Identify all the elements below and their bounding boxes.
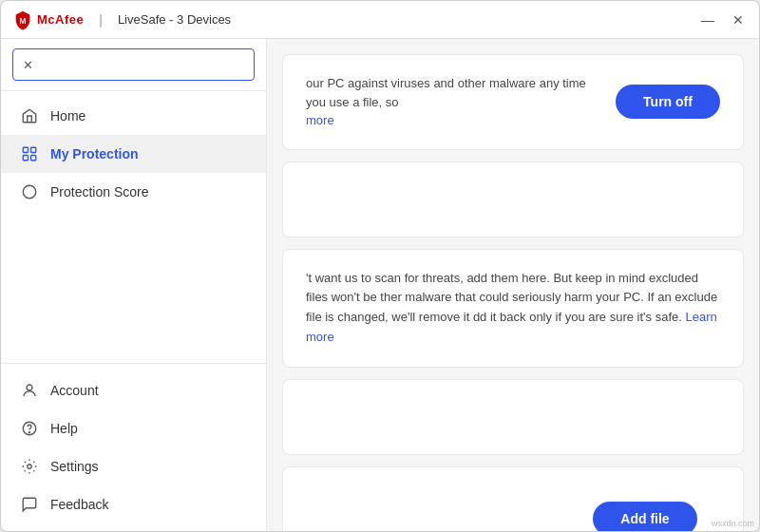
svg-point-6: [27, 385, 32, 390]
card1-text: our PC against viruses and other malware…: [306, 74, 600, 130]
excluded-files-text: 't want us to scan for threats, add them…: [306, 269, 720, 348]
svg-rect-4: [31, 156, 36, 161]
add-file-button[interactable]: Add file: [593, 502, 697, 531]
svg-point-9: [28, 465, 32, 469]
sidebar-item-protection-score[interactable]: Protection Score: [1, 173, 266, 211]
window-controls: — ✕: [698, 10, 748, 29]
mcafee-shield-icon: M: [12, 10, 33, 30]
sidebar-item-my-protection-label: My Protection: [50, 146, 139, 162]
grid-icon: [20, 144, 39, 163]
turn-off-button[interactable]: Turn off: [616, 85, 720, 119]
close-button[interactable]: ✕: [729, 10, 748, 29]
sidebar-item-home[interactable]: Home: [1, 97, 266, 135]
sidebar-item-settings-label: Settings: [50, 459, 99, 474]
card1-learn-more[interactable]: more: [306, 113, 334, 127]
sidebar-item-help-label: Help: [50, 421, 78, 436]
app-window: M McAfee | LiveSafe - 3 Devices — ✕ ✕: [0, 0, 760, 532]
sidebar-item-protection-score-label: Protection Score: [50, 184, 149, 200]
title-bar: M McAfee | LiveSafe - 3 Devices — ✕: [1, 1, 759, 39]
minimize-button[interactable]: —: [698, 10, 717, 29]
sidebar: ✕ Home: [1, 39, 267, 531]
search-input[interactable]: [39, 58, 244, 72]
excluded-files-card: 't want us to scan for threats, add them…: [282, 249, 744, 368]
main-layout: ✕ Home: [1, 39, 759, 531]
circle-icon: [20, 182, 39, 201]
svg-point-5: [23, 185, 36, 199]
sidebar-item-feedback-label: Feedback: [50, 497, 108, 512]
excluded-files-description: 't want us to scan for threats, add them…: [306, 271, 717, 325]
svg-rect-1: [23, 147, 28, 152]
feedback-icon: [20, 495, 39, 514]
svg-rect-2: [31, 147, 36, 152]
empty-card: [282, 379, 744, 455]
help-icon: [20, 419, 39, 438]
home-icon: [20, 106, 39, 125]
sidebar-bottom-nav: Account Help: [1, 363, 266, 531]
account-icon: [20, 381, 39, 400]
settings-icon: [20, 457, 39, 476]
sidebar-search-area: ✕: [1, 39, 266, 91]
search-box[interactable]: ✕: [12, 48, 255, 81]
sidebar-item-account-label: Account: [50, 383, 99, 398]
app-title: LiveSafe - 3 Devices: [118, 12, 231, 27]
svg-text:M: M: [20, 16, 27, 25]
sidebar-item-account[interactable]: Account: [1, 371, 266, 409]
card1-description: our PC against viruses and other malware…: [306, 76, 586, 109]
card-with-button-layout: our PC against viruses and other malware…: [306, 74, 720, 130]
sidebar-item-feedback[interactable]: Feedback: [1, 485, 266, 523]
title-divider: |: [99, 12, 103, 28]
search-close-icon[interactable]: ✕: [23, 58, 33, 72]
mcafee-brand-text: McAfee: [37, 12, 84, 27]
add-file-card: Add file: [282, 466, 744, 531]
sidebar-nav: Home My Protection: [1, 91, 266, 363]
middle-card: [282, 162, 744, 238]
protection-card: our PC against viruses and other malware…: [282, 54, 744, 150]
sidebar-item-home-label: Home: [50, 108, 86, 124]
svg-point-8: [28, 432, 29, 433]
svg-rect-3: [23, 156, 28, 161]
mcafee-logo: M McAfee: [12, 10, 84, 30]
logo-area: M McAfee | LiveSafe - 3 Devices: [12, 10, 231, 30]
add-file-layout: Add file: [306, 486, 720, 531]
sidebar-item-my-protection[interactable]: My Protection: [1, 135, 266, 173]
sidebar-item-settings[interactable]: Settings: [1, 447, 266, 485]
sidebar-item-help[interactable]: Help: [1, 409, 266, 447]
content-area: our PC against viruses and other malware…: [267, 39, 759, 531]
